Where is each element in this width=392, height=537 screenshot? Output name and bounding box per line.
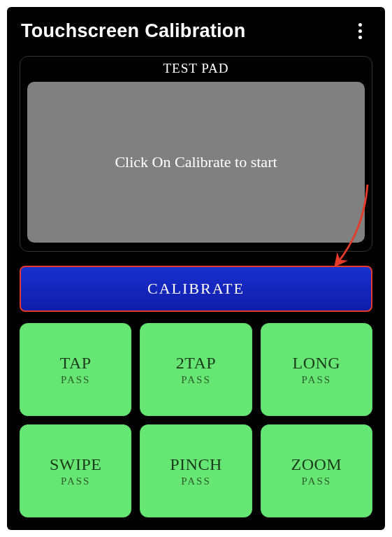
calibrate-button-label: CALIBRATE [147,280,245,298]
test-tile-swipe[interactable]: SWIPE PASS [20,424,131,517]
test-tile-zoom[interactable]: ZOOM PASS [261,424,372,517]
test-tile-label: TAP [60,354,92,373]
test-tile-pinch[interactable]: PINCH PASS [140,424,252,517]
test-tile-status: PASS [181,475,210,487]
test-tile-label: 2TAP [176,354,216,373]
calibrate-section: CALIBRATE [20,266,372,312]
overflow-menu-icon[interactable] [351,18,368,43]
test-tile-long[interactable]: LONG PASS [261,323,372,416]
test-tile-label: ZOOM [291,455,342,474]
test-tile-status: PASS [302,374,331,386]
test-tile-label: SWIPE [50,455,102,474]
app-header: Touchscreen Calibration [20,17,372,56]
screenshot-frame: Touchscreen Calibration TEST PAD Click O… [0,0,392,537]
test-pad-area[interactable]: Click On Calibrate to start [27,82,365,243]
test-pad-label: TEST PAD [163,57,228,82]
test-tile-label: LONG [292,354,340,373]
test-tile-status: PASS [181,374,210,386]
test-pad-message: Click On Calibrate to start [115,153,277,171]
test-tile-status: PASS [61,374,90,386]
test-tile-status: PASS [61,475,90,487]
test-results-grid: TAP PASS 2TAP PASS LONG PASS SWIPE PASS … [20,323,372,517]
calibrate-button[interactable]: CALIBRATE [20,266,372,312]
test-tile-status: PASS [302,475,331,487]
test-tile-label: PINCH [170,455,222,474]
test-tile-2tap[interactable]: 2TAP PASS [140,323,252,416]
app-screen: Touchscreen Calibration TEST PAD Click O… [7,7,385,530]
test-pad-panel: TEST PAD Click On Calibrate to start [20,56,372,252]
app-title: Touchscreen Calibration [21,20,245,42]
test-tile-tap[interactable]: TAP PASS [20,323,131,416]
